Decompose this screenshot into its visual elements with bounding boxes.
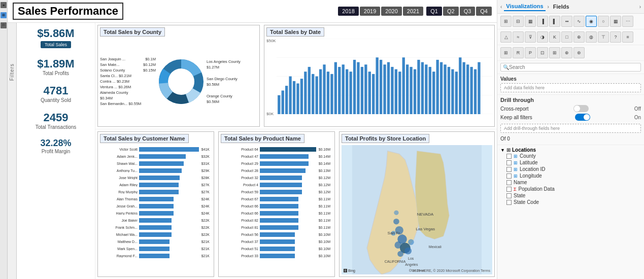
year-btn-2019[interactable]: 2019 <box>360 7 380 16</box>
viz-icon-custom3[interactable]: ⊕ <box>561 47 572 58</box>
legend-row-4: Contra ... $0.23M <box>100 79 156 84</box>
legend-row-5: Ventura ... $0.26M <box>100 85 156 89</box>
viz-icon-custom2[interactable]: ⊞ <box>549 47 560 58</box>
cross-report-row: Cross-report Off <box>500 105 641 112</box>
viz-icon-r-visual[interactable]: R <box>513 47 524 58</box>
state-code-checkbox[interactable] <box>506 200 512 205</box>
viz-icon-gauge[interactable]: ◑ <box>537 31 548 43</box>
viz-icon-card[interactable]: ▦ <box>525 16 536 27</box>
cross-report-toggle[interactable] <box>573 105 589 112</box>
field-state: State <box>500 192 641 199</box>
viz-icon-bar[interactable]: ▐ <box>537 16 548 27</box>
svg-point-6 <box>171 72 191 92</box>
filters-bar: Filters <box>8 23 17 279</box>
fields-search-box[interactable]: 🔍 <box>500 63 641 72</box>
nav-icon-1[interactable]: ≡ <box>1 2 7 8</box>
field-name: Name <box>500 179 641 186</box>
viz-icon-donut[interactable]: ○ <box>598 16 609 27</box>
viz-icon-smart-narr[interactable]: ≡ <box>622 31 633 43</box>
locations-group-header[interactable]: ▼ ⊞ Locations <box>500 147 641 153</box>
state-checkbox[interactable] <box>506 193 512 198</box>
nav-icon-2[interactable]: ⊞ <box>1 12 7 18</box>
product-chart-box[interactable]: Total Sales by Product Name Product 64 $… <box>218 131 335 277</box>
panel-back-chevron[interactable]: ‹ <box>500 4 502 10</box>
fields-tab[interactable]: Fields <box>551 3 571 11</box>
add-drill-button[interactable]: Add drill-through fields here <box>500 124 641 133</box>
main-content: Sales Performance 2018 2019 2020 2021 Q1… <box>8 0 497 279</box>
keep-filters-toggle-knob <box>584 114 590 120</box>
add-data-button[interactable]: Add data fields here <box>500 83 641 92</box>
svg-rect-21 <box>312 74 314 114</box>
svg-rect-19 <box>304 72 307 114</box>
viz-icon-funnel[interactable]: ⊽ <box>525 31 536 43</box>
viz-icon-matrix[interactable]: ⊟ <box>513 16 524 27</box>
list-item: Adam Jenk... $32K <box>102 153 210 160</box>
county-chart-box[interactable]: Total Sales by County San Joaquin ... $0… <box>97 25 260 127</box>
viz-icon-card2[interactable]: □ <box>561 31 572 43</box>
quarter-btn-q4[interactable]: Q4 <box>476 7 492 16</box>
list-item: Harry Perkins $24K <box>102 210 210 217</box>
population-sigma: Σ <box>514 187 517 192</box>
quarter-btn-q3[interactable]: Q3 <box>460 7 476 16</box>
viz-icon-qna[interactable]: ? <box>610 31 621 43</box>
latitude-checkbox[interactable] <box>506 160 512 165</box>
date-bars-svg: Jan 2018 Feb 2018 Mar 2018 Apr 2018 May … <box>277 39 492 114</box>
svg-rect-56 <box>444 64 446 114</box>
name-checkbox[interactable] <box>506 180 512 185</box>
viz-tab[interactable]: Visualizations <box>504 2 545 11</box>
keep-filters-toggle[interactable] <box>575 114 590 121</box>
viz-icon-stacked-bar[interactable]: ▌ <box>549 16 560 27</box>
search-input[interactable] <box>509 64 638 70</box>
list-item: Product 28 $0.13M <box>223 167 330 174</box>
viz-icon-filled-map[interactable]: ◍ <box>586 31 597 43</box>
nav-icon-3[interactable]: ⚐ <box>1 22 7 28</box>
longitude-checkbox[interactable] <box>506 173 512 179</box>
viz-icon-kpi[interactable]: K <box>549 31 560 43</box>
map-chart-box[interactable]: Total Profits by Store Location <box>339 131 495 277</box>
viz-icon-decomp[interactable]: ⊤ <box>598 31 609 43</box>
viz-icon-custom1[interactable]: ⊡ <box>537 47 548 58</box>
field-state-code: State Code <box>500 199 641 205</box>
year-btn-2021[interactable]: 2021 <box>403 7 423 16</box>
year-btn-2018[interactable]: 2018 <box>338 7 358 16</box>
map-svg: NEVADA Las Vegas San Fr... CALIFORNIA Lo… <box>342 145 492 274</box>
right-panel: ‹ Visualizations › Fields › ⊞ ⊟ ▦ ▐ ▌ ▪▪… <box>497 0 644 279</box>
quarter-btn-q1[interactable]: Q1 <box>426 7 442 16</box>
viz-icon-clustered-bar[interactable]: ▪▪ <box>561 16 572 27</box>
svg-text:Las Vegas: Las Vegas <box>416 227 435 231</box>
location-id-checkbox[interactable] <box>506 167 512 172</box>
quarter-btn-q2[interactable]: Q2 <box>443 7 459 16</box>
year-btn-2020[interactable]: 2020 <box>381 7 401 16</box>
svg-rect-43 <box>395 69 397 114</box>
viz-icon-python[interactable]: P <box>525 47 536 58</box>
population-checkbox[interactable] <box>506 187 512 192</box>
viz-icon-paginated[interactable]: ⊞ <box>500 47 512 58</box>
svg-text:CALIFORNIA: CALIFORNIA <box>385 260 406 263</box>
svg-rect-55 <box>440 62 443 114</box>
viz-icon-ribbon[interactable]: ≈ <box>513 31 524 43</box>
viz-icon-custom4[interactable]: ⊛ <box>573 47 585 58</box>
viz-icon-line[interactable]: ∿ <box>573 16 585 27</box>
svg-rect-33 <box>357 62 359 114</box>
legend-row-6: Alameda County <box>100 90 156 95</box>
svg-rect-52 <box>429 67 431 114</box>
fields-forward-chevron[interactable]: › <box>639 4 641 10</box>
svg-point-79 <box>404 248 412 255</box>
svg-rect-40 <box>383 64 386 114</box>
viz-icon-treemap[interactable]: ▦ <box>610 16 621 27</box>
county-checkbox[interactable] <box>506 154 512 159</box>
kpi-profits: $1.89M Total Profits <box>21 57 91 76</box>
viz-icon-scatter[interactable]: ⋯ <box>622 16 633 27</box>
list-item: Product 64 $0.16M <box>223 146 330 153</box>
viz-icon-map[interactable]: ⊕ <box>573 31 585 43</box>
viz-icon-area[interactable]: △ <box>500 31 512 43</box>
date-chart-box[interactable]: Total Sales by Date $50K $0K <box>264 25 495 127</box>
list-item: Joe Baker $22K <box>102 217 210 224</box>
kpi-sales-badge[interactable]: Total Sales <box>41 41 71 48</box>
longitude-field-icon: ⊞ <box>514 173 518 179</box>
viz-icon-pie[interactable]: ◉ <box>586 16 597 27</box>
customer-chart-box[interactable]: Total Sales by Customer Name Victor Scot… <box>97 131 214 277</box>
viz-icon-table[interactable]: ⊞ <box>500 16 512 27</box>
panel-forward-chevron[interactable]: › <box>548 4 549 10</box>
legend-row-r0: Los Angeles County <box>207 59 257 64</box>
